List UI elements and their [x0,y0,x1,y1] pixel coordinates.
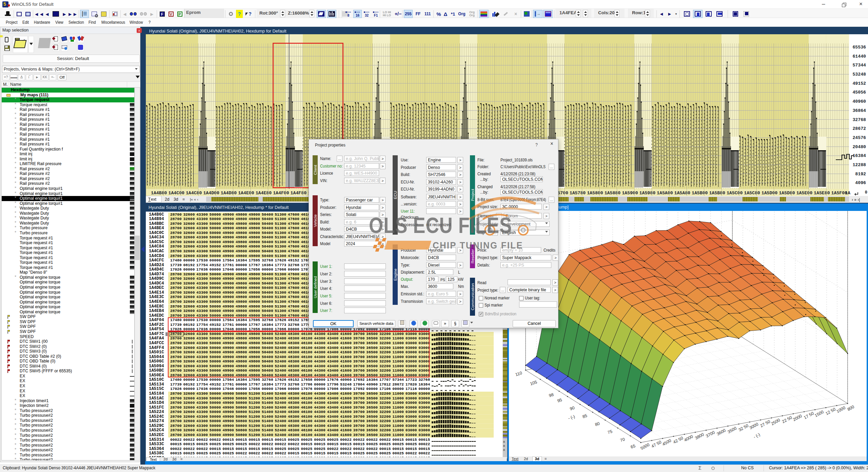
svg-text:24576: 24576 [852,135,866,140]
svg-text:40960: 40960 [852,99,866,104]
svg-text:22 50: 22 50 [781,415,793,424]
svg-text:1A4C00: 1A4C00 [169,191,185,196]
svg-text:1A5980: 1A5980 [639,191,656,196]
svg-text:32768: 32768 [852,117,866,122]
svg-text:3700: 3700 [705,430,715,438]
svg-text:800: 800 [847,404,855,412]
svg-text:1A5D80: 1A5D80 [779,191,795,196]
svg-text:1A4B80: 1A4B80 [151,191,167,196]
svg-text:3d: 3d [174,197,178,202]
svg-text:- (-): - (-) [568,414,575,421]
svg-text:65: 65 [630,444,636,450]
svg-text:49152: 49152 [852,81,866,86]
svg-text:27 50: 27 50 [760,419,771,428]
svg-text:1A4F00: 1A4F00 [273,191,289,196]
svg-text:1A4F80: 1A4F80 [291,191,307,196]
svg-text:80: 80 [594,421,600,427]
svg-text:1A5800: 1A5800 [587,191,603,196]
svg-text:75: 75 [607,429,613,435]
svg-text:1A: 1A [845,191,850,196]
svg-text:=: = [182,197,185,202]
svg-text:4500: 4500 [662,438,672,447]
svg-text:3600: 3600 [716,428,727,436]
svg-text:1A4E00: 1A4E00 [238,191,254,196]
svg-text:- (-): - (-) [753,432,761,439]
svg-text:1A4C80: 1A4C80 [186,191,202,196]
svg-text:105: 105 [530,380,538,387]
svg-text:20480: 20480 [852,144,866,150]
svg-text:› » ›|: › » ›| [852,197,860,202]
svg-text:85: 85 [582,413,588,419]
svg-text:1A4E80: 1A4E80 [256,191,272,196]
svg-text:2d: 2d [165,197,170,202]
svg-text:0: 0 [865,190,867,195]
svg-text:90: 90 [569,405,575,411]
svg-text:65536: 65536 [852,45,866,50]
svg-text:95: 95 [557,397,563,404]
svg-text:|« « ‹: |« « ‹ [190,197,198,201]
svg-text:1A5880: 1A5880 [605,191,621,196]
svg-text:61440: 61440 [852,54,866,59]
svg-text:1A5900: 1A5900 [622,191,638,196]
svg-text:53248: 53248 [852,72,866,77]
svg-text:1A5E80: 1A5E80 [814,191,830,196]
svg-text:1A5C00: 1A5C00 [727,191,743,196]
svg-text:1A5D00: 1A5D00 [762,191,778,196]
svg-text:2500: 2500 [770,418,781,426]
svg-text:3000: 3000 [749,422,759,430]
svg-text:1A4D80: 1A4D80 [221,191,237,196]
svg-text:32 50: 32 50 [738,423,749,432]
svg-text:1A5C80: 1A5C80 [744,191,760,196]
svg-text:57344: 57344 [852,63,866,68]
svg-text:42 50: 42 50 [672,435,684,445]
svg-text:1500: 1500 [814,409,824,418]
svg-text:28672: 28672 [852,126,866,131]
svg-text:1A5B00: 1A5B00 [692,191,708,196]
svg-text:4000: 4000 [683,434,694,442]
svg-text:12 50: 12 50 [825,407,836,416]
svg-text:1A5A80: 1A5A80 [674,191,691,196]
svg-text:110: 110 [515,371,522,377]
svg-text:1000: 1000 [836,405,846,414]
svg-text:1A5A00: 1A5A00 [657,191,673,196]
svg-text:3800: 3800 [694,432,705,440]
svg-text:17 50: 17 50 [803,411,814,420]
svg-text:1A4D00: 1A4D00 [203,191,219,196]
svg-text:ext: ext [151,197,157,202]
svg-text:98: 98 [548,392,554,398]
svg-text:T: T [148,197,151,202]
svg-text:36864: 36864 [852,108,866,113]
svg-text:2000: 2000 [792,414,803,422]
svg-text:1A5780: 1A5780 [570,191,586,196]
svg-text:8192: 8192 [855,172,866,177]
svg-text:1A5E00: 1A5E00 [796,191,813,196]
svg-text:47 50: 47 50 [651,440,662,449]
svg-text:1A5B80: 1A5B80 [709,191,725,196]
svg-text:5000: 5000 [640,442,650,451]
svg-text:70: 70 [619,437,626,443]
svg-text:45056: 45056 [852,90,866,95]
svg-text:4096: 4096 [855,180,866,185]
svg-text:16384: 16384 [852,153,866,158]
svg-text:12288: 12288 [852,162,866,168]
svg-text:3500: 3500 [727,426,737,434]
